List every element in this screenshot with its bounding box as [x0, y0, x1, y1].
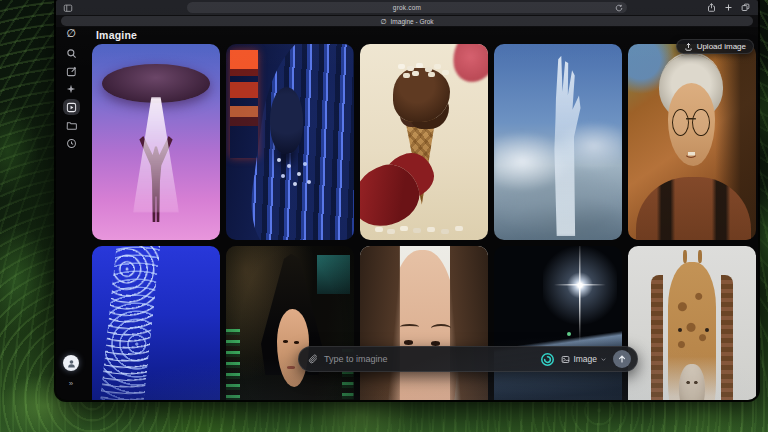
- arrow-up-icon: [617, 354, 627, 364]
- page-title: Imagine: [96, 29, 137, 41]
- eyebrows-art: [400, 324, 419, 330]
- user-avatar[interactable]: [63, 355, 79, 371]
- icecream-scoop-art: [393, 68, 449, 123]
- giraffe-braids-art: [651, 275, 733, 400]
- gallery-image-glass-hand[interactable]: [494, 44, 622, 240]
- expand-sidebar-icon[interactable]: »: [69, 379, 73, 388]
- gallery-image-face-closeup[interactable]: [360, 246, 488, 400]
- mode-label: Image: [573, 354, 597, 364]
- sidebar-item-files[interactable]: [63, 117, 80, 133]
- tab-title: Imagine - Grok: [391, 18, 434, 25]
- url-text: grok.com: [393, 4, 421, 11]
- hooded-lips-art: [287, 366, 295, 369]
- browser-actions: [707, 3, 750, 12]
- round-glasses-art: [672, 109, 710, 134]
- desk-photo: grok.com ∅ Imagine - Gro: [0, 0, 768, 432]
- reload-icon[interactable]: [615, 4, 623, 12]
- attach-icon[interactable]: [308, 354, 318, 364]
- app-sidebar: ∅: [56, 27, 86, 400]
- upload-label: Upload image: [697, 42, 746, 51]
- eyes-art: [404, 340, 413, 345]
- marshmallow-row-art: [375, 227, 383, 232]
- gallery-image-blue-anime[interactable]: [226, 44, 354, 240]
- browser-sidebar-icon[interactable]: [63, 3, 73, 13]
- gallery-image-ocean-bubbles[interactable]: [92, 246, 220, 400]
- tab-overview-icon[interactable]: [741, 3, 750, 12]
- sidebar-item-history[interactable]: [63, 135, 80, 151]
- upload-icon: [684, 42, 693, 51]
- anime-glow-dots-art: [277, 158, 281, 162]
- mode-selector[interactable]: Image: [561, 354, 607, 364]
- share-icon[interactable]: [707, 3, 716, 12]
- new-tab-icon[interactable]: [724, 3, 733, 12]
- hooded-eyes-art: [283, 340, 288, 343]
- red-glove-art: [360, 157, 426, 232]
- grok-app: ∅: [56, 27, 758, 400]
- prompt-input[interactable]: Type to imagine: [324, 354, 534, 364]
- sidebar-item-imagine[interactable]: [63, 99, 80, 115]
- grok-logo-icon[interactable]: ∅: [66, 28, 76, 39]
- sidebar-item-search[interactable]: [63, 45, 80, 61]
- sidebar-item-grok[interactable]: [63, 81, 80, 97]
- tab-imagine-grok[interactable]: ∅ Imagine - Grok: [61, 16, 753, 26]
- spiral-badge-icon[interactable]: [540, 352, 555, 367]
- grok-logo-icon: ∅: [380, 18, 386, 25]
- giraffe-ossicones-art: [683, 250, 687, 263]
- smile-art: [684, 146, 698, 158]
- gallery-image-ufo-abduction[interactable]: [92, 44, 220, 240]
- gallery-image-elderly-hiker[interactable]: [628, 44, 756, 240]
- tab-bar: ∅ Imagine - Grok: [56, 15, 758, 27]
- sidebar-item-new-chat[interactable]: [63, 63, 80, 79]
- anime-head-art: [270, 87, 303, 154]
- lens-flare-dot-art: [567, 332, 571, 336]
- gallery-image-braided-giraffe[interactable]: [628, 246, 756, 400]
- chevron-down-icon: [600, 356, 607, 363]
- upload-image-button[interactable]: Upload image: [676, 39, 754, 54]
- gallery-image-chocolate-cone[interactable]: [360, 44, 488, 240]
- image-icon: [561, 355, 570, 364]
- submit-button[interactable]: [613, 350, 631, 368]
- address-bar[interactable]: grok.com: [187, 2, 627, 13]
- marshmallow-top-art: [398, 64, 405, 69]
- browser-toolbar: grok.com: [56, 0, 758, 15]
- imagine-main: Imagine Upload image: [86, 27, 758, 400]
- prompt-composer[interactable]: Type to imagine Image: [298, 346, 638, 372]
- browser-window: grok.com ∅ Imagine - Gro: [56, 0, 758, 400]
- gallery-image-hooded-portrait[interactable]: [226, 246, 354, 400]
- ufo-person-art: [139, 136, 172, 222]
- gallery-image-moonlit-night[interactable]: [494, 246, 622, 400]
